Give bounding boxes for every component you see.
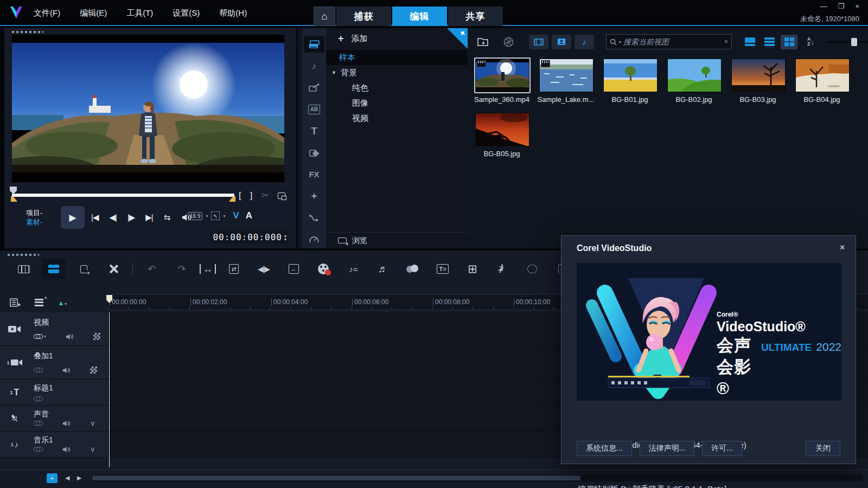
filter-video-icon[interactable] [529,35,548,49]
spin-down-icon[interactable]: ▾ [284,237,286,241]
close-icon[interactable]: × [855,2,859,10]
auto-music-icon[interactable]: ♬ [371,259,395,279]
menu-tools[interactable]: 工具(T) [126,8,153,18]
category-effects-icon[interactable]: ✦ [304,188,324,204]
range-selection-icon[interactable]: ⇄ [222,259,246,279]
mask-creator-icon[interactable] [520,259,544,279]
category-title-icon[interactable]: T [304,123,324,139]
ripple-edit-icon[interactable]: ↔ [282,259,305,279]
tree-item-sample[interactable]: 样本 [326,50,468,65]
enlarge-preview-icon[interactable] [278,192,285,199]
track-mute-icon[interactable] [62,420,71,427]
panel-drag-handle[interactable] [12,31,43,33]
link-icon[interactable] [34,368,43,373]
timecode-spinner[interactable]: ▴ ▾ [284,234,286,241]
split-clip-button[interactable]: ◀|▶ [252,259,276,279]
track-mute-icon[interactable] [62,446,71,453]
aspect-ratio-selector[interactable]: 16:9 [188,212,202,220]
mode-clip-label[interactable]: 素材- [26,217,42,227]
tree-item-video[interactable]: 视频 [326,111,468,126]
track-mute-icon[interactable] [66,333,74,340]
jump-start-button[interactable]: |◀ [91,213,98,222]
subtitle-editor-icon[interactable]: T≡ [431,259,455,279]
add-label[interactable]: 添加 [352,34,368,44]
scrubber-bar[interactable] [12,194,234,197]
jump-end-button[interactable]: ▶| [145,213,152,222]
sound-mixer-icon[interactable]: ♪≈ [341,259,365,279]
scroll-right-icon[interactable]: ▶ [77,474,81,481]
link-icon[interactable] [34,396,43,401]
scroll-left-icon[interactable]: ◀ [65,474,69,481]
link-icon[interactable] [34,447,43,452]
track-transparency-icon[interactable] [93,333,100,340]
category-audio-icon[interactable]: ♪ [304,57,324,74]
media-item-sample360[interactable]: Sample_360.mp4 [470,56,534,108]
maximize-icon[interactable]: ❐ [838,2,845,10]
fade-icon[interactable]: ∨ [90,445,95,453]
media-item-bgb05[interactable]: BG-B05.jpg [470,111,534,163]
thumbnail-size-slider[interactable] [828,41,868,43]
playhead-handle[interactable] [10,187,17,194]
storyboard-view-button[interactable] [12,259,36,279]
expander-icon[interactable]: ▼ [331,70,336,75]
search-clear-icon[interactable]: × [724,38,728,46]
media-item-bgb03[interactable]: BG-B03.jpg [726,56,790,108]
mode-project-label[interactable]: 项目- [26,208,42,217]
fade-icon[interactable]: ∨ [90,419,95,427]
media-item-bgb04[interactable]: BG-B04.jpg [790,56,854,108]
link-icon[interactable] [34,421,43,426]
menu-edit[interactable]: 编辑(E) [80,8,107,18]
tab-capture[interactable]: 捕获 [336,7,391,26]
preview-video[interactable] [12,35,284,182]
undo-button[interactable]: ↶ [140,259,164,279]
preview-scrubber[interactable] [12,191,234,200]
split-clip-icon[interactable]: ✂ [261,190,269,201]
browse-footer[interactable]: 浏览 [326,232,468,248]
minimize-icon[interactable]: — [820,2,827,10]
mark-in-button[interactable]: [ [239,190,241,201]
track-transparency-icon[interactable] [90,367,97,374]
menu-help[interactable]: 帮助(H) [219,8,247,18]
category-speed-icon[interactable] [304,231,324,248]
license-button[interactable]: 许可... [702,441,742,456]
view-grid-icon[interactable] [781,35,797,49]
slider-handle[interactable] [851,38,857,46]
category-media-icon[interactable] [304,36,324,53]
view-list-icon[interactable] [761,35,778,49]
dialog-close-icon[interactable]: × [840,242,845,252]
split-screen-template-icon[interactable]: ⊞ [461,259,484,279]
category-transition-icon[interactable]: AB [304,101,324,118]
category-filter-icon[interactable]: FX [304,166,324,183]
panel-drag-handle[interactable] [8,254,39,256]
tree-item-image[interactable]: 图像 [326,95,468,111]
menu-settings[interactable]: 设置(S) [173,8,200,18]
tree-item-background[interactable]: ▼背景 [326,65,468,80]
video-toggle[interactable]: V [233,210,239,221]
overlay-options-icon[interactable] [401,259,425,279]
loop-button[interactable]: ⇆ [164,213,170,222]
paste-attributes-icon[interactable] [72,259,95,279]
menu-file[interactable]: 文件(F) [34,8,60,18]
category-graphics-icon[interactable] [304,144,324,161]
link-icon[interactable] [34,334,43,339]
media-item-bgb02[interactable]: BG-B02.jpg [662,56,726,108]
category-instant-project-icon[interactable] [304,79,324,96]
aspect-dropdown-icon[interactable]: ▾ [206,214,208,219]
search-input[interactable] [623,37,722,46]
close-dialog-button[interactable]: 关闭 [806,441,840,456]
import-folder-icon[interactable] [477,37,489,47]
step-forward-button[interactable]: |▶ [127,213,135,222]
search-scope-dropdown-icon[interactable]: ▾ [619,40,621,44]
track-manager-icon[interactable] [10,298,21,307]
mark-out-button[interactable]: ] [250,190,253,201]
play-button[interactable]: ▶ [61,206,85,229]
tools-icon[interactable] [101,259,125,279]
record-capture-icon[interactable] [311,259,335,279]
timecode-display[interactable]: 00:00:00:000 [213,232,282,242]
filter-photo-icon[interactable] [552,35,571,49]
selection-tool[interactable]: ↖ [211,211,220,220]
add-folder-icon[interactable]: + [338,33,344,44]
redo-button[interactable]: ↷ [170,259,194,279]
smart-proxy-icon[interactable] [503,37,514,47]
audio-toggle[interactable]: A [246,210,252,221]
